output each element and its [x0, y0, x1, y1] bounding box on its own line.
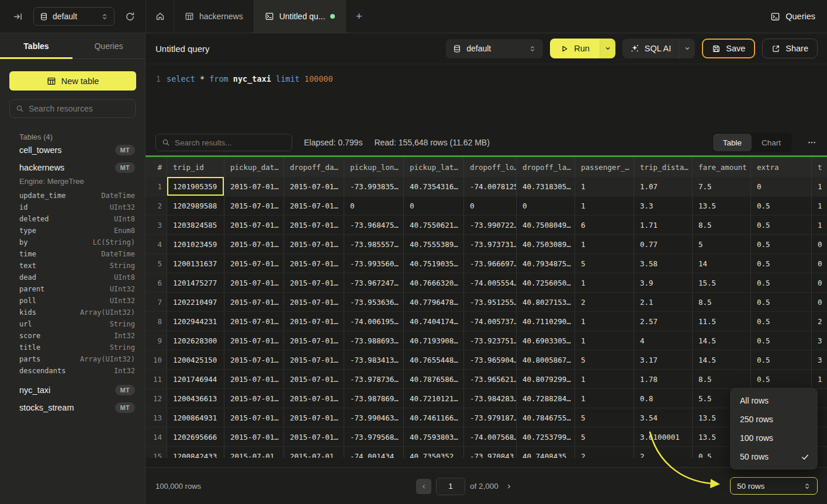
grid-cell[interactable]: 40.7210121… [404, 389, 464, 408]
resource-search-input[interactable] [29, 104, 129, 113]
grid-cell[interactable]: 1 [575, 273, 634, 292]
grid-cell[interactable]: 1200436613 [167, 389, 224, 408]
grid-cell[interactable]: 1201905359 [167, 177, 224, 196]
grid-cell[interactable]: 1 [812, 196, 827, 215]
grid-cell[interactable]: 0.5 [751, 331, 812, 350]
grid-cell[interactable]: 40.7934875… [517, 254, 575, 273]
grid-cell[interactable]: -74.001434 [344, 447, 404, 458]
grid-cell[interactable]: 3.58 [634, 254, 693, 273]
grid-cell[interactable]: -74.005554… [464, 273, 517, 292]
grid-cell[interactable]: 40.7666320… [404, 273, 464, 292]
grid-cell[interactable]: 1 [575, 196, 634, 215]
row-number-cell[interactable]: 13 [146, 408, 167, 427]
grid-cell[interactable]: 0.77 [634, 235, 693, 253]
grid-cell[interactable]: 1200842433 [167, 447, 224, 458]
grid-cell[interactable]: 3.9 [634, 273, 693, 292]
grid-cell[interactable]: 0 [344, 196, 404, 215]
grid-cell[interactable]: 0 [812, 254, 827, 273]
grid-cell[interactable]: 2015-07-01… [284, 273, 344, 292]
grid-cell[interactable]: 0 [464, 196, 517, 215]
toggle-chart[interactable]: Chart [752, 134, 791, 151]
schema-column-row[interactable]: urlString [19, 318, 135, 330]
grid-cell[interactable]: 3 [812, 331, 827, 350]
results-search[interactable] [155, 134, 292, 151]
share-button[interactable]: Share [762, 39, 818, 58]
grid-cell[interactable]: 0 [404, 196, 464, 215]
grid-cell[interactable]: -73.968475… [344, 215, 404, 234]
grid-cell[interactable]: 40.7550621… [404, 215, 464, 234]
grid-cell[interactable]: 0.5 [751, 254, 812, 273]
grid-cell[interactable]: 2015-07-01… [224, 408, 284, 427]
grid-header-cell[interactable]: fare_amount [693, 157, 751, 177]
grid-cell[interactable]: 2015-07-01 [224, 447, 284, 458]
grid-cell[interactable]: 1 [575, 312, 634, 331]
grid-cell[interactable]: 5 [575, 427, 634, 446]
grid-cell[interactable]: 2015-07-01… [224, 427, 284, 446]
grid-cell[interactable]: -73.951255… [464, 293, 517, 311]
schema-column-row[interactable]: idUInt32 [19, 201, 135, 213]
grid-cell[interactable]: 40.7461166… [404, 408, 464, 427]
grid-cell[interactable]: 2015-07-01… [284, 254, 344, 273]
grid-cell[interactable]: 5 [575, 254, 634, 273]
grid-cell[interactable]: 2015-07-01… [284, 215, 344, 234]
topbar-database-selector[interactable]: default [33, 7, 115, 26]
grid-cell[interactable]: 2015-07-01… [224, 235, 284, 253]
grid-cell[interactable]: 2015-07-01… [224, 312, 284, 331]
grid-header-cell[interactable]: # [146, 157, 167, 177]
schema-column-row[interactable]: kidsArray(UInt32) [19, 307, 135, 318]
sidebar-tab-queries[interactable]: Queries [72, 33, 145, 58]
grid-header-cell[interactable]: trip_dista… [634, 157, 693, 177]
grid-cell[interactable]: 1 [575, 331, 634, 350]
grid-cell[interactable]: 2015-07-01… [224, 370, 284, 388]
grid-cell[interactable]: 1 [812, 370, 827, 388]
grid-cell[interactable]: 0 [812, 293, 827, 311]
tab-hackernews[interactable]: hackernews [174, 0, 254, 33]
grid-cell[interactable]: 15.5 [693, 273, 751, 292]
grid-cell[interactable]: 6 [575, 215, 634, 234]
grid-cell[interactable]: -74.006195… [344, 312, 404, 331]
next-page-button[interactable] [503, 481, 515, 492]
schema-column-row[interactable]: parentUInt32 [19, 283, 135, 295]
grid-cell[interactable]: 2015-07-01… [284, 427, 344, 446]
sql-editor[interactable]: 1 select * from nyc_taxi limit 100000 [146, 64, 827, 130]
more-options-button[interactable] [804, 135, 820, 150]
grid-cell[interactable]: 14 [693, 254, 751, 273]
schema-column-row[interactable]: textString [19, 260, 135, 272]
grid-cell[interactable]: 2015-07-01… [224, 293, 284, 311]
grid-cell[interactable]: 40.8027153… [517, 293, 575, 311]
grid-cell[interactable]: 5 [693, 235, 751, 253]
grid-cell[interactable]: 40.7404174… [404, 312, 464, 331]
grid-cell[interactable]: 1 [575, 177, 634, 196]
grid-cell[interactable]: -74.005737… [464, 312, 517, 331]
grid-cell[interactable]: 0 [517, 196, 575, 215]
row-number-cell[interactable]: 11 [146, 370, 167, 388]
grid-header-cell[interactable]: dropoff_la… [517, 157, 575, 177]
menu-item-all-rows[interactable]: All rows [730, 391, 818, 410]
grid-cell[interactable]: 1201475277 [167, 273, 224, 292]
grid-cell[interactable]: 2015-07-01… [224, 196, 284, 215]
grid-cell[interactable]: -73.966697… [464, 254, 517, 273]
schema-column-row[interactable]: scoreInt32 [19, 330, 135, 342]
grid-cell[interactable]: 2015-07-01 [284, 447, 344, 458]
grid-cell[interactable]: 40.8005867… [517, 350, 575, 369]
grid-cell[interactable]: 14.5 [693, 350, 751, 369]
queries-button[interactable]: Queries [770, 0, 815, 33]
schema-column-row[interactable]: deletedUInt8 [19, 213, 135, 225]
sidebar-table-stocks-stream[interactable]: stocks_stream MT [0, 399, 145, 416]
query-database-selector[interactable]: default [446, 39, 543, 58]
grid-cell[interactable]: -73.953636… [344, 293, 404, 311]
grid-cell[interactable]: 1200425150 [167, 350, 224, 369]
grid-cell[interactable]: 2015-07-01… [224, 389, 284, 408]
grid-cell[interactable]: 0.5 [751, 273, 812, 292]
sql-ai-button[interactable]: SQL AI [622, 39, 695, 58]
grid-cell[interactable]: 40.7796478… [404, 293, 464, 311]
grid-cell[interactable]: 40.7256050… [517, 273, 575, 292]
grid-cell[interactable]: 0 [812, 235, 827, 253]
schema-column-row[interactable]: pollUInt32 [19, 295, 135, 307]
grid-header-cell[interactable]: t [812, 157, 827, 177]
grid-cell[interactable]: 8.5 [693, 215, 751, 234]
grid-cell[interactable]: 1.07 [634, 177, 693, 196]
grid-cell[interactable]: 11.5 [693, 312, 751, 331]
prev-page-button[interactable] [416, 479, 431, 494]
grid-cell[interactable]: 3.6100001 [634, 427, 693, 446]
